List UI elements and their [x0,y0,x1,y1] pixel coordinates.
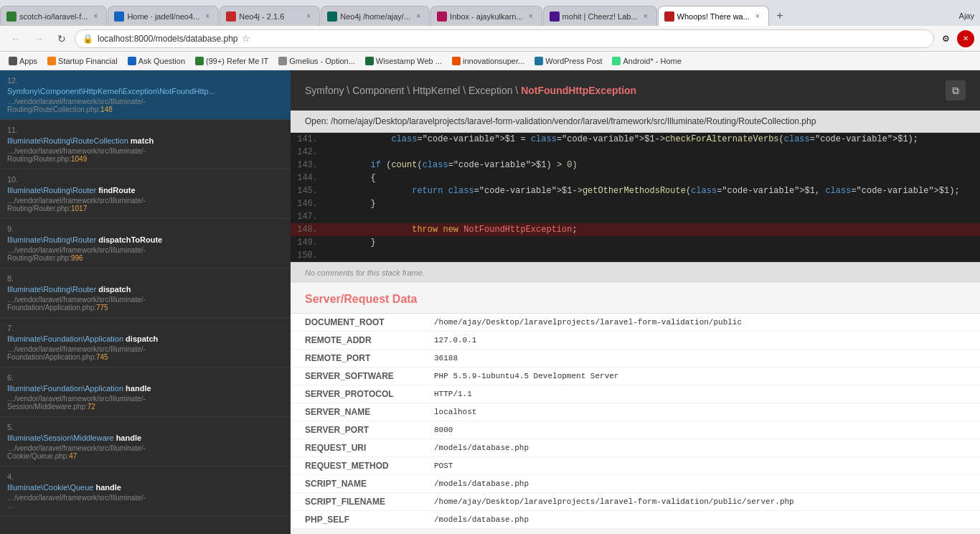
bookmark-item-2[interactable]: Ask Question [125,55,188,67]
tab-favicon [6,11,17,22]
tab-close-button[interactable]: × [90,12,100,20]
tab-label: Home · jadell/neo4... [127,12,199,21]
line-content: } [326,198,379,210]
stack-item-class-line: Illuminate\Routing\RouteCollection match [7,136,283,146]
stack-item-class: Symfony\Component\HttpKernel\Exception\N… [7,87,215,95]
bookmark-favicon [128,57,136,65]
stack-item-number: 4. [7,472,283,481]
file-path[interactable]: /home/ajay/Desktop/laravelprojects/larav… [331,116,816,126]
server-data-value: /models/database.php [420,439,980,457]
server-data-key: SERVER_SOFTWARE [291,367,420,385]
stack-item-12[interactable]: 12.Symfony\Component\HttpKernel\Exceptio… [0,70,291,120]
line-number: 150. [291,250,326,261]
tab-close-button[interactable]: × [303,12,314,20]
stack-item-4[interactable]: 4.Illuminate\Cookie\Queue handle…/vendor… [0,467,291,516]
stack-item-path: …/vendor/laravel/framework/src/Illuminat… [7,444,283,460]
new-tab-button[interactable]: + [770,6,790,26]
bookmark-item-7[interactable]: WordPress Post [532,55,605,67]
bookmark-item-5[interactable]: Wisestamp Web ... [362,55,445,67]
address-text: localhost:8000/models/database.php [98,34,237,44]
back-button[interactable]: ← [6,29,26,49]
server-data-key: REQUEST_METHOD [291,457,420,475]
reload-button[interactable]: ↻ [52,29,72,49]
forward-button[interactable]: → [29,29,49,49]
tab-close-button[interactable]: × [202,12,212,20]
tab-bar: scotch-io/laravel-f...×Home · jadell/neo… [0,0,980,26]
tab-close-button[interactable]: × [413,12,423,20]
code-line-142: 142. [291,146,980,159]
line-content [326,146,332,148]
tab-favicon [437,11,447,22]
extension-icon-1[interactable]: ⚙ [937,30,954,47]
tab-close-button[interactable]: × [526,12,536,20]
tab-tab7[interactable]: Whoops! There wa...× [658,6,769,26]
server-data-row: SERVER_PORT8000 [291,421,980,439]
line-number: 148. [291,224,326,235]
tab-tab3[interactable]: Neo4j - 2.1.6× [220,6,320,26]
server-data-key: REMOTE_PORT [291,350,420,367]
tab-tab4[interactable]: Neo4j /home/ajay/...× [321,6,430,26]
stack-item-class-line: Illuminate\Routing\Router dispatch [7,284,283,294]
tab-close-button[interactable]: × [641,12,651,20]
bookmark-label: Wisestamp Web ... [376,57,442,65]
stack-item-path: …/vendor/laravel/framework/src/Illuminat… [7,296,283,312]
server-data-row: PHP_SELF/models/database.php [291,511,980,529]
bookmark-item-6[interactable]: innovationsuper... [449,55,527,67]
tab-tab2[interactable]: Home · jadell/neo4...× [108,6,219,26]
stack-item-11[interactable]: 11.Illuminate\Routing\RouteCollection ma… [0,120,291,169]
stack-item-class: Illuminate\Routing\Router [7,285,96,294]
stack-item-7[interactable]: 7.Illuminate\Foundation\Application disp… [0,318,291,367]
tab-tab1[interactable]: scotch-io/laravel-f...× [0,6,107,26]
stack-item-number: 7. [7,324,283,332]
stack-item-5[interactable]: 5.Illuminate\Session\Middleware handle…/… [0,417,291,467]
tab-close-button[interactable]: × [753,12,763,20]
tab-tab6[interactable]: mohit | Cheerz! Lab...× [543,6,657,26]
stack-item-method: handle [93,483,121,492]
no-comments: No comments for this stack frame. [291,262,980,283]
bookmark-favicon [452,57,461,65]
stack-item-9[interactable]: 9.Illuminate\Routing\Router dispatchToRo… [0,219,291,268]
stack-item-number: 6. [7,373,283,382]
bookmark-label: Gmelius - Option... [289,57,355,65]
server-data-row: SERVER_PROTOCOLHTTP/1.1 [291,385,980,403]
stack-item-path: …/vendor/laravel/framework/src/Illuminat… [7,395,283,411]
line-number: 144. [291,172,326,184]
server-data-table: DOCUMENT_ROOT/home/ajay/Desktop/laravelp… [291,314,980,529]
copy-button[interactable]: ⧉ [946,80,966,100]
bookmark-item-8[interactable]: Android* - Home [609,55,684,67]
server-data-row: SERVER_SOFTWAREPHP 5.5.9-1ubuntu4.5 Deve… [291,367,980,385]
page-content: 12.Symfony\Component\HttpKernel\Exceptio… [0,70,980,534]
stack-item-8[interactable]: 8.Illuminate\Routing\Router dispatch…/ve… [0,268,291,318]
tab-label: mohit | Cheerz! Lab... [562,12,638,21]
server-data-row: SERVER_NAMElocalhost [291,403,980,421]
server-data-key: SERVER_PORT [291,421,420,439]
bookmark-item-1[interactable]: Startup Financial [44,55,121,67]
tab-favicon [664,11,674,22]
code-block: 141. class="code-variable">$1 = class="c… [291,133,980,262]
bookmark-item-3[interactable]: (99+) Refer Me IT [192,55,271,67]
tab-favicon [114,11,124,22]
stack-item-6[interactable]: 6.Illuminate\Foundation\Application hand… [0,367,291,417]
server-data-value: PHP 5.5.9-1ubuntu4.5 Development Server [420,367,980,385]
stack-item-path: …/vendor/laravel/framework/src/Illuminat… [7,246,283,262]
tab-tab5[interactable]: Inbox - ajaykulkarn...× [430,6,542,26]
exception-breadcrumb: Symfony \ Component \ HttpKernel \ Excep… [305,85,636,96]
stack-item-number: 9. [7,225,283,233]
extension-icon-2[interactable]: ✕ [957,30,974,47]
code-line-149: 149. } [291,236,980,249]
stack-item-class-line: Illuminate\Foundation\Application handle [7,383,283,393]
line-content [326,250,332,251]
star-icon: ☆ [242,33,250,44]
nav-extensions: ⚙ ✕ [937,30,974,47]
tab-favicon [226,11,236,22]
no-comments-text: No comments for this stack frame. [305,268,425,277]
stack-item-class-line: Illuminate\Foundation\Application dispat… [7,334,283,344]
bookmark-label: Ask Question [138,57,185,65]
stack-item-class-line: Illuminate\Cookie\Queue handle [7,482,283,492]
bookmark-item-0[interactable]: Apps [6,55,40,67]
stack-item-10[interactable]: 10.Illuminate\Routing\Router findRoute…/… [0,169,291,219]
address-bar[interactable]: 🔒 localhost:8000/models/database.php ☆ [75,29,934,48]
bookmark-item-4[interactable]: Gmelius - Option... [275,55,358,67]
stack-item-method: match [128,136,154,145]
bookmark-label: Startup Financial [58,57,118,65]
